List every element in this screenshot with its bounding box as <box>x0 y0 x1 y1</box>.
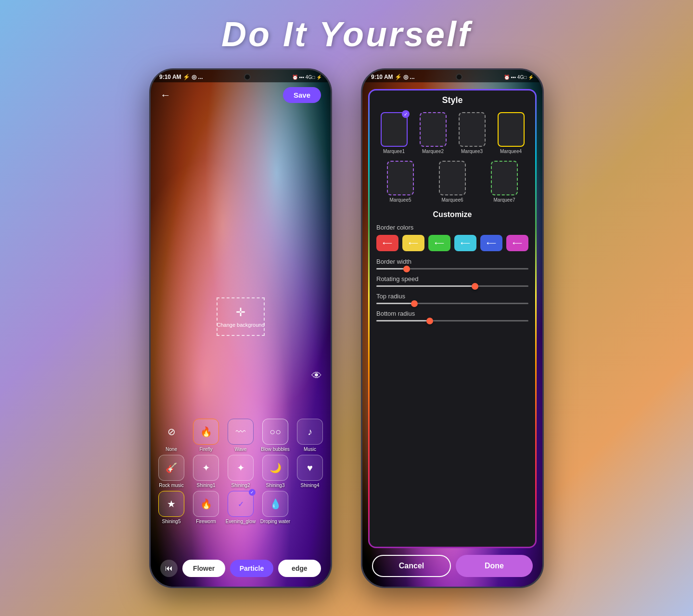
status-icons-2: ⏰ ▪▪▪ 4G□ ⚡ <box>504 75 534 80</box>
fireworm-label: Fireworm <box>196 519 216 524</box>
cancel-button[interactable]: Cancel <box>372 555 451 577</box>
top-radius-track[interactable] <box>376 303 528 304</box>
rock-music-label: Rock music <box>159 483 184 488</box>
marquee7-frame <box>491 161 518 195</box>
bottom-radius-thumb[interactable] <box>426 318 433 324</box>
color-blue[interactable]: ⟵ <box>480 235 502 251</box>
tab-particle[interactable]: Particle <box>230 560 273 577</box>
effect-music[interactable]: ♪ Music <box>294 419 326 452</box>
effects-grid: ⊘ None 🔥 Firefly 〰 Wave ○○ Blow bubbles … <box>155 419 326 524</box>
marquee4-label: Marquee4 <box>500 149 522 154</box>
save-button[interactable]: Save <box>283 87 321 103</box>
top-radius-section: Top radius <box>376 293 528 304</box>
status-time-2: 9:10 AM ⚡ ◎ ... <box>371 74 415 80</box>
effect-shining3[interactable]: 🌙 Shining3 <box>259 455 291 488</box>
bottom-tabs: ⏮ Flower Particle edge <box>160 560 321 577</box>
marquee1-frame: ✓ <box>381 112 408 147</box>
selected-check: ✓ <box>402 110 410 118</box>
style-marquee7[interactable]: Marquee7 <box>480 161 528 203</box>
style-grid-1: ✓ Marquee1 Marquee2 Marquee3 Marqu <box>376 112 528 154</box>
status-icons-1: ⏰ ▪▪▪ 4G□ ⚡ <box>292 75 322 80</box>
droping-water-label: Droping water <box>260 519 290 524</box>
back-button[interactable]: ← <box>160 89 171 102</box>
effect-evening-glow[interactable]: ✓ Evening_glow <box>225 491 257 524</box>
colors-row: ⟵ ⟵ ⟵ ⟵ ⟵ ⟵ <box>376 235 528 251</box>
status-time-1: 9:10 AM ⚡ ◎ ... <box>159 74 203 80</box>
music-label: Music <box>304 447 316 452</box>
customize-title: Customize <box>376 210 528 219</box>
status-bar-1: 9:10 AM ⚡ ◎ ... ⏰ ▪▪▪ 4G□ ⚡ <box>151 70 331 82</box>
marquee5-label: Marquee5 <box>389 197 411 203</box>
music-icon: ♪ <box>297 419 323 445</box>
rotating-speed-track[interactable] <box>376 285 528 287</box>
top-radius-thumb[interactable] <box>411 300 418 307</box>
style-marquee6[interactable]: Marquee6 <box>428 161 476 203</box>
bottom-radius-label: Bottom radius <box>376 310 528 317</box>
change-bg-area[interactable]: ✛ Change background <box>217 297 265 336</box>
effect-fireworm[interactable]: 🔥 Fireworm <box>190 491 222 524</box>
tab-edge[interactable]: edge <box>278 560 321 577</box>
none-icon: ⊘ <box>158 419 184 445</box>
shining5-label: Shining5 <box>162 519 181 524</box>
effect-rock-music[interactable]: 🎸 Rock music <box>155 455 187 488</box>
style-marquee4[interactable]: Marquee4 <box>493 112 528 154</box>
effect-wave[interactable]: 〰 Wave <box>225 419 257 452</box>
status-bar-2: 9:10 AM ⚡ ◎ ... ⏰ ▪▪▪ 4G□ ⚡ <box>362 70 542 82</box>
tab-flower[interactable]: Flower <box>182 560 225 577</box>
border-width-track[interactable] <box>376 268 528 270</box>
marquee4-frame <box>498 112 525 147</box>
color-yellow[interactable]: ⟵ <box>402 235 424 251</box>
style-marquee3[interactable]: Marquee3 <box>454 112 489 154</box>
marquee6-label: Marquee6 <box>441 197 463 203</box>
shining4-icon: ♥ <box>297 455 323 481</box>
effect-blow-bubbles[interactable]: ○○ Blow bubbles <box>259 419 291 452</box>
evening-glow-icon: ✓ <box>228 491 254 517</box>
style-marquee5[interactable]: Marquee5 <box>376 161 424 203</box>
color-magenta[interactable]: ⟵ <box>506 235 528 251</box>
fireworm-icon: 🔥 <box>193 491 219 517</box>
rotating-speed-fill <box>376 285 475 287</box>
top-radius-label: Top radius <box>376 293 528 300</box>
effect-droping-water[interactable]: 💧 Droping water <box>259 491 291 524</box>
effect-firefly[interactable]: 🔥 Firefly <box>190 419 222 452</box>
blow-bubbles-icon: ○○ <box>262 419 288 445</box>
done-button[interactable]: Done <box>456 555 533 577</box>
add-icon: ✛ <box>236 306 245 319</box>
marquee7-label: Marquee7 <box>493 197 515 203</box>
droping-water-icon: 💧 <box>262 491 288 517</box>
border-width-fill <box>376 268 407 270</box>
phone2-bottom-buttons: Cancel Done <box>372 555 533 577</box>
border-width-label: Border width <box>376 258 528 265</box>
shining2-icon: ✦ <box>228 455 254 481</box>
shining3-label: Shining3 <box>266 483 285 488</box>
effect-shining1[interactable]: ✦ Shining1 <box>190 455 222 488</box>
page-title: Do It Yourself <box>221 14 472 54</box>
rotating-speed-label: Rotating speed <box>376 275 528 282</box>
marquee2-label: Marquee2 <box>422 149 444 154</box>
marquee1-label: Marquee1 <box>383 149 405 154</box>
change-bg-label: Change background <box>217 322 264 328</box>
wave-label: Wave <box>234 447 246 452</box>
effect-shining5[interactable]: ★ Shining5 <box>155 491 187 524</box>
border-width-thumb[interactable] <box>403 266 410 272</box>
effect-none[interactable]: ⊘ None <box>155 419 187 452</box>
color-red[interactable]: ⟵ <box>376 235 398 251</box>
shining1-icon: ✦ <box>193 455 219 481</box>
shining1-label: Shining1 <box>197 483 216 488</box>
rotating-speed-thumb[interactable] <box>472 283 478 290</box>
eye-icon[interactable]: 👁 <box>311 370 322 382</box>
marquee5-frame <box>387 161 414 195</box>
evening-glow-label: Evening_glow <box>226 519 256 524</box>
style-marquee1[interactable]: ✓ Marquee1 <box>376 112 411 154</box>
color-green[interactable]: ⟵ <box>428 235 450 251</box>
style-marquee2[interactable]: Marquee2 <box>415 112 450 154</box>
effect-shining4[interactable]: ♥ Shining4 <box>294 455 326 488</box>
effect-shining2[interactable]: ✦ Shining2 <box>225 455 257 488</box>
prev-button[interactable]: ⏮ <box>160 560 178 577</box>
rotating-speed-section: Rotating speed <box>376 275 528 287</box>
border-width-section: Border width <box>376 258 528 270</box>
phones-container: 9:10 AM ⚡ ◎ ... ⏰ ▪▪▪ 4G□ ⚡ ← Save ✛ Cha… <box>149 68 544 588</box>
color-cyan[interactable]: ⟵ <box>454 235 476 251</box>
bottom-radius-track[interactable] <box>376 320 528 321</box>
none-label: None <box>166 447 177 452</box>
